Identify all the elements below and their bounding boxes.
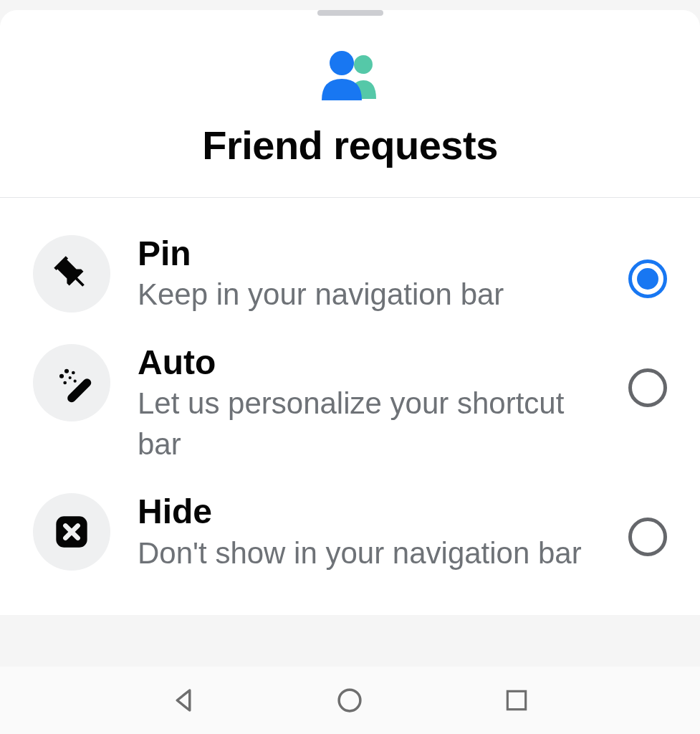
- option-auto-title: Auto: [138, 343, 601, 382]
- pin-icon: [33, 235, 110, 313]
- svg-rect-11: [507, 691, 525, 709]
- option-auto[interactable]: Auto Let us personalize your shortcut ba…: [33, 328, 667, 478]
- magic-wand-icon: [33, 344, 110, 421]
- svg-point-0: [354, 55, 373, 74]
- svg-point-1: [330, 51, 354, 75]
- nav-back-button[interactable]: [162, 679, 205, 722]
- drag-handle[interactable]: [317, 10, 383, 16]
- option-auto-desc: Let us personalize your shortcut bar: [138, 383, 601, 464]
- svg-point-8: [74, 379, 77, 382]
- option-hide-desc: Don't show in your navigation bar: [138, 533, 601, 574]
- option-pin-title: Pin: [138, 234, 601, 273]
- option-hide-text: Hide Don't show in your navigation bar: [138, 490, 601, 573]
- nav-home-button[interactable]: [328, 679, 371, 722]
- svg-rect-2: [66, 377, 92, 403]
- svg-point-3: [59, 374, 64, 378]
- option-auto-text: Auto Let us personalize your shortcut ba…: [138, 341, 601, 465]
- svg-point-5: [72, 371, 75, 375]
- radio-hide[interactable]: [628, 518, 667, 556]
- sheet-title: Friend requests: [202, 122, 498, 168]
- sheet-header: Friend requests: [0, 16, 700, 198]
- option-pin-text: Pin Keep in your navigation bar: [138, 232, 601, 315]
- options-list: Pin Keep in your navigation bar: [0, 198, 700, 615]
- option-hide[interactable]: Hide Don't show in your navigation bar: [33, 477, 667, 586]
- option-hide-title: Hide: [138, 492, 601, 531]
- svg-point-4: [64, 369, 69, 373]
- radio-auto[interactable]: [628, 368, 667, 407]
- svg-point-7: [69, 376, 72, 379]
- option-pin[interactable]: Pin Keep in your navigation bar: [33, 219, 667, 328]
- radio-pin[interactable]: [628, 259, 667, 298]
- friends-icon: [315, 50, 386, 100]
- nav-recent-button[interactable]: [495, 679, 538, 722]
- close-box-icon: [33, 493, 110, 571]
- svg-point-6: [63, 381, 67, 385]
- bottom-sheet: Friend requests Pin Keep in your navigat…: [0, 10, 700, 615]
- android-nav-bar: [0, 667, 700, 734]
- svg-point-10: [340, 690, 361, 711]
- option-pin-desc: Keep in your navigation bar: [138, 275, 601, 315]
